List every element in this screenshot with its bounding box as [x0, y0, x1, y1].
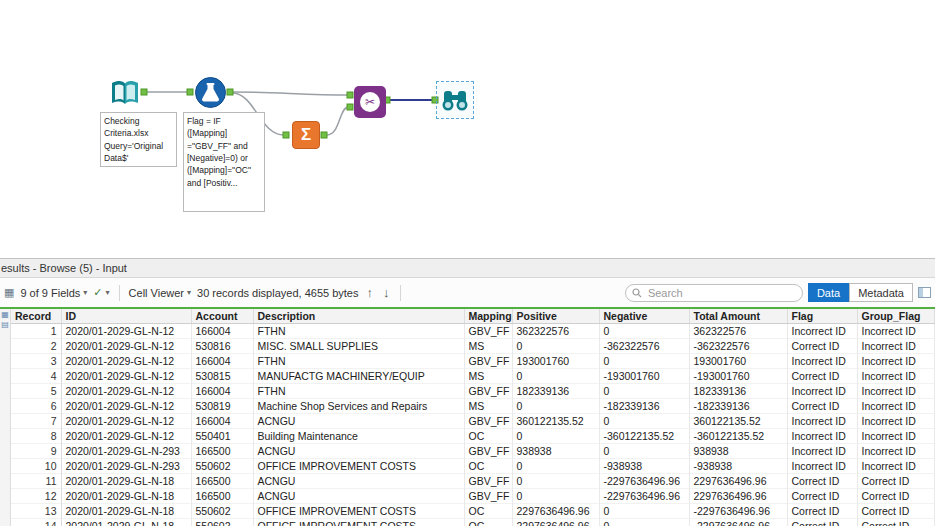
table-cell: Correct ID	[857, 519, 934, 526]
row-number-cell: 5	[11, 384, 61, 399]
formula-tool[interactable]	[194, 76, 227, 109]
table-row[interactable]: 22020/01-2029-GL-N-12530816MISC. SMALL S…	[11, 339, 934, 354]
results-grid[interactable]: RecordIDAccountDescriptionMappingPositiv…	[11, 309, 935, 526]
column-header[interactable]: Positive	[512, 309, 599, 324]
table-cell: 2020/01-2029-GL-N-18	[61, 474, 191, 489]
column-header[interactable]: Total Amount	[689, 309, 787, 324]
table-row[interactable]: 42020/01-2029-GL-N-12530815MANUFACTG MAC…	[11, 369, 934, 384]
table-row[interactable]: 132020/01-2029-GL-N-18550602OFFICE IMPRO…	[11, 504, 934, 519]
table-cell: 0	[512, 459, 599, 474]
table-cell: Incorrect ID	[857, 444, 934, 459]
table-row[interactable]: 92020/01-2029-GL-N-293166500ACNGUGBV_FF9…	[11, 444, 934, 459]
annotation-input[interactable]: Checking Criteria.xlsx Query='Original D…	[100, 112, 177, 167]
table-cell: 2020/01-2029-GL-N-18	[61, 519, 191, 526]
summarize-tool[interactable]: Σ	[292, 121, 320, 149]
table-row[interactable]: 102020/01-2029-GL-N-293550602OFFICE IMPR…	[11, 459, 934, 474]
column-header[interactable]: Account	[191, 309, 253, 324]
column-header[interactable]: Negative	[599, 309, 689, 324]
table-cell: -360122135.52	[599, 429, 689, 444]
table-cell: GBV_FF	[464, 474, 512, 489]
table-cell: Incorrect ID	[857, 414, 934, 429]
table-row[interactable]: 52020/01-2029-GL-N-12166004FTHNGBV_FF182…	[11, 384, 934, 399]
table-cell: -938938	[689, 459, 787, 474]
table-cell: -182339136	[599, 399, 689, 414]
table-cell: 166004	[191, 384, 253, 399]
column-header[interactable]: Record	[11, 309, 61, 324]
results-titlebar[interactable]: esults - Browse (5) - Input	[0, 259, 935, 278]
apply-check-button[interactable]: ✓ ▾	[93, 286, 109, 299]
table-cell: -182339136	[689, 399, 787, 414]
search-box[interactable]	[625, 284, 803, 302]
table-cell: MS	[464, 369, 512, 384]
column-header[interactable]: Mapping	[464, 309, 512, 324]
data-tab[interactable]: Data	[808, 283, 849, 302]
table-cell: -2297636496.96	[599, 474, 689, 489]
toolbar-separator	[400, 285, 401, 301]
workflow-canvas[interactable]: Σ ✂ Checking Criteria.xlsx Query='Origin…	[0, 0, 935, 258]
connection-summarize-join-bottom[interactable]	[327, 107, 348, 135]
table-row[interactable]: 72020/01-2029-GL-N-12166004ACNGUGBV_FF36…	[11, 414, 934, 429]
table-view-icon[interactable]: ▦	[1, 311, 9, 319]
layout-panel-icon[interactable]	[918, 287, 931, 298]
row-number-cell: 1	[11, 324, 61, 339]
table-cell: ACNGU	[253, 444, 464, 459]
input-anchor[interactable]	[283, 132, 289, 138]
table-cell: 360122135.52	[512, 414, 599, 429]
column-header[interactable]: Description	[253, 309, 464, 324]
table-row[interactable]: 32020/01-2029-GL-N-12166004FTHNGBV_FF193…	[11, 354, 934, 369]
table-cell: Incorrect ID	[857, 399, 934, 414]
table-row[interactable]: 82020/01-2029-GL-N-12550401Building Main…	[11, 429, 934, 444]
cell-viewer-selector[interactable]: Cell Viewer ▾	[129, 287, 191, 299]
grid-icon[interactable]: ▦	[4, 287, 14, 298]
table-cell: GBV_FF	[464, 414, 512, 429]
table-cell: 550401	[191, 429, 253, 444]
table-cell: 0	[512, 474, 599, 489]
table-cell: 2020/01-2029-GL-N-18	[61, 504, 191, 519]
table-cell: 182339136	[689, 384, 787, 399]
table-row[interactable]: 112020/01-2029-GL-N-18166500ACNGUGBV_FF0…	[11, 474, 934, 489]
table-cell: -193001760	[599, 369, 689, 384]
results-title: esults - Browse (5) - Input	[1, 262, 127, 274]
scroll-down-button[interactable]: ↓	[381, 285, 392, 300]
table-cell: 166500	[191, 474, 253, 489]
table-cell: 2020/01-2029-GL-N-12	[61, 324, 191, 339]
fields-selector[interactable]: 9 of 9 Fields ▾	[20, 287, 87, 299]
toolbar-separator	[119, 285, 120, 301]
connection-formula-join-top[interactable]	[233, 92, 348, 95]
table-cell: 2297636496.96	[512, 504, 599, 519]
join-tool[interactable]: ✂	[354, 86, 386, 118]
table-row[interactable]: 122020/01-2029-GL-N-18166500ACNGUGBV_FF0…	[11, 489, 934, 504]
table-cell: MISC. SMALL SUPPLIES	[253, 339, 464, 354]
input-data-tool[interactable]	[108, 76, 142, 110]
flask-icon	[194, 76, 227, 109]
table-cell: 0	[512, 489, 599, 504]
input-anchor[interactable]	[187, 89, 193, 95]
annotation-formula[interactable]: Flag = IF ([Mapping] ="GBV_FF" and [Nega…	[183, 112, 265, 212]
input-anchor[interactable]	[347, 92, 353, 98]
row-number-cell: 12	[11, 489, 61, 504]
output-anchor[interactable]	[321, 132, 327, 138]
table-row[interactable]: 12020/01-2029-GL-N-12166004FTHNGBV_FF362…	[11, 324, 934, 339]
column-header[interactable]: Flag	[787, 309, 857, 324]
table-cell: Correct ID	[787, 504, 857, 519]
table-cell: 0	[599, 504, 689, 519]
column-header[interactable]: Group_Flag	[857, 309, 934, 324]
profile-view-icon[interactable]: ▤	[1, 321, 9, 329]
column-header[interactable]: ID	[61, 309, 191, 324]
search-input[interactable]	[646, 286, 796, 300]
table-cell: Correct ID	[787, 489, 857, 504]
input-anchor[interactable]	[347, 104, 353, 110]
table-cell: 362322576	[689, 324, 787, 339]
table-cell: 2020/01-2029-GL-N-12	[61, 339, 191, 354]
table-cell: ACNGU	[253, 474, 464, 489]
scroll-up-button[interactable]: ↑	[364, 285, 375, 300]
output-anchor[interactable]	[227, 89, 233, 95]
table-cell: 530815	[191, 369, 253, 384]
results-side-rail: ▦ ▤	[0, 309, 11, 526]
browse-tool[interactable]	[441, 86, 469, 114]
table-row[interactable]: 142020/01-2029-GL-N-18550602OFFICE IMPRO…	[11, 519, 934, 526]
table-row[interactable]: 62020/01-2029-GL-N-12530819Machine Shop …	[11, 399, 934, 414]
table-cell: -360122135.52	[689, 429, 787, 444]
metadata-tab[interactable]: Metadata	[849, 283, 913, 302]
table-cell: Incorrect ID	[857, 324, 934, 339]
